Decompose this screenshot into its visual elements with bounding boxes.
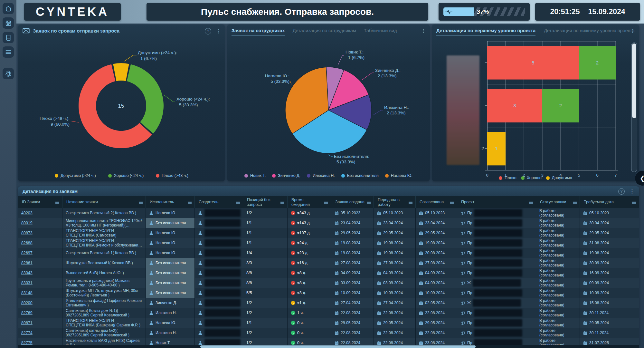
legend-item-Допустимо (>24 ч.)[interactable]: Допустимо (>24 ч.) bbox=[55, 173, 96, 178]
calendar-icon bbox=[419, 251, 423, 255]
tab-low-level-project[interactable]: Детализация по нижнему уровню проекта bbox=[544, 28, 635, 35]
cell-creator bbox=[195, 248, 243, 258]
status-badge: В работе(согласована) bbox=[539, 208, 564, 218]
column-header-project[interactable]: Проект bbox=[457, 196, 536, 208]
crane-icon bbox=[460, 211, 465, 216]
table-row[interactable]: 80200Утеплитель на фасад( Парфенов Алекс… bbox=[18, 298, 639, 308]
column-header-approved[interactable]: Согласована bbox=[416, 196, 457, 208]
logo[interactable]: CYNTEKA bbox=[24, 3, 121, 21]
cell-wait-time: ≈143 д. bbox=[288, 218, 331, 228]
crane-icon bbox=[460, 221, 465, 226]
kebab-menu-icon[interactable]: ⋮ bbox=[630, 188, 635, 194]
tab-top-level-project[interactable]: Детализация по верхнему уровню проекта bbox=[436, 28, 535, 35]
tab-table-view[interactable]: Табличный вид bbox=[364, 28, 397, 35]
table-row[interactable]: 80871ТРАНСПОРТНЫЕ УСЛУГИ СПЕЦТЕХНИКА (Ба… bbox=[18, 318, 639, 328]
kebab-menu-icon[interactable]: ⋮ bbox=[421, 28, 426, 34]
column-header-label: Название заявки bbox=[66, 200, 98, 204]
column-header-positions[interactable]: Позиций без запроса bbox=[243, 196, 288, 208]
request-id-link[interactable]: 80200 bbox=[21, 301, 33, 305]
legend-item-Илюхина Н.[interactable]: Илюхина Н. bbox=[307, 173, 335, 178]
help-icon[interactable]: ? bbox=[205, 28, 211, 34]
request-id-link[interactable]: 80873 bbox=[21, 231, 33, 235]
sidebar-home-button[interactable] bbox=[3, 3, 14, 14]
bar-legend: ПлохоХорошоДопустимо bbox=[432, 176, 639, 180]
sidebar-ai-button[interactable] bbox=[3, 68, 14, 79]
help-icon[interactable]: ? bbox=[618, 188, 625, 195]
tab-employee-details[interactable]: Детализация по сотрудникам bbox=[293, 28, 356, 35]
scrollbar-thumb[interactable] bbox=[632, 44, 636, 118]
sidebar-store-button[interactable] bbox=[3, 17, 14, 29]
donut-slice-Допустимо (>24 ч.)[interactable] bbox=[113, 63, 129, 81]
sidebar-menu-button[interactable] bbox=[3, 46, 14, 58]
legend-item-Плохо[interactable]: Плохо bbox=[499, 176, 516, 180]
request-id-link[interactable]: 83031 bbox=[21, 281, 33, 285]
cell-approved: 10.09.2024 bbox=[416, 288, 457, 298]
calendar-icon bbox=[335, 261, 339, 265]
kebab-menu-icon[interactable]: ⋮ bbox=[630, 28, 635, 34]
horizontal-scrollbar[interactable] bbox=[18, 345, 639, 348]
calendar-icon bbox=[335, 251, 339, 255]
table-row[interactable]: 40203Спецтехника Восточный 2( Козлов ВВ … bbox=[18, 208, 639, 218]
cell-name: Спецтехника Восточный 2( Козлов ВВ ) bbox=[62, 208, 146, 218]
vertical-scrollbar[interactable] bbox=[631, 43, 637, 172]
request-id-link[interactable]: 40203 bbox=[21, 211, 33, 215]
person-icon bbox=[149, 301, 154, 305]
sidebar-book-button[interactable] bbox=[3, 32, 14, 43]
column-header-transferred[interactable]: Передана в работу bbox=[374, 196, 416, 208]
request-id-link[interactable]: 80871 bbox=[21, 321, 33, 325]
legend-item-Зинченко Д.[interactable]: Зинченко Д. bbox=[272, 173, 300, 178]
column-header-id[interactable]: ID Заявки bbox=[18, 196, 62, 208]
table-row[interactable]: 83031Грунт-эмаль и расходники( Мамаев Ро… bbox=[18, 278, 639, 288]
request-id-link[interactable]: 83043 bbox=[21, 271, 33, 275]
cell-wait-time: ≈107 д. bbox=[288, 228, 331, 238]
progress-bar[interactable]: 37% bbox=[443, 7, 525, 16]
legend-item-Без исполнителя[interactable]: Без исполнителя bbox=[341, 173, 379, 178]
donut-chart[interactable]: 15Допустимо (>24 ч.):1 (6.7%)Хорошо (<24… bbox=[18, 24, 225, 181]
request-id-link[interactable]: 82861 bbox=[21, 261, 33, 265]
request-id-link[interactable]: 82688 bbox=[21, 241, 33, 245]
cell-name: Сантехника( Котлы дом №1)( 89272851889 С… bbox=[62, 308, 146, 318]
status-badge: В работе(согласована) bbox=[539, 318, 564, 328]
column-header-executor[interactable]: Исполнитель bbox=[146, 196, 195, 208]
table-row[interactable]: 83148Штукатурка МП 75, штукатурка МН, 30… bbox=[18, 288, 639, 298]
scrollbar-thumb[interactable] bbox=[200, 345, 476, 348]
table-row[interactable]: 82688ТРАНСПОРТНЫЕ УСЛУГИ СПЕЦТЕХНИКА (Ре… bbox=[18, 238, 639, 248]
cell-id: 82774 bbox=[18, 328, 62, 338]
table-row[interactable]: 82769Сантехника( Котлы дом №1)( 89272851… bbox=[18, 308, 639, 318]
request-id-link[interactable]: 83148 bbox=[21, 291, 33, 295]
legend-item-Хорошо[interactable]: Хорошо bbox=[521, 176, 542, 180]
cell-approved: 22.08.2024 bbox=[416, 308, 457, 318]
request-id-link[interactable]: 82697 bbox=[21, 251, 33, 255]
crane-icon bbox=[460, 311, 465, 315]
column-header-creator[interactable]: Создатель bbox=[195, 196, 243, 208]
legend-label: Допустимо (>24 ч.) bbox=[61, 173, 96, 178]
pie-chart[interactable]: Новик Т.:1 (6.7%)Зинченко Д.:2 (13.3%)Ил… bbox=[227, 24, 430, 181]
table-row[interactable]: 80873ТРАНСПОРТНЫЕ УСЛУГИ СПЕЦТЕХНИКА (Са… bbox=[18, 228, 639, 238]
request-id-link[interactable]: 82774 bbox=[21, 331, 33, 335]
legend-item-Плохо (>48 ч.)[interactable]: Плохо (>48 ч.) bbox=[156, 173, 188, 178]
column-header-name[interactable]: Название заявки bbox=[62, 196, 146, 208]
request-id-link[interactable]: 82769 bbox=[21, 311, 33, 315]
cell-name: Вынос сетей 6 кВ( Нагаев А.Ю. ) bbox=[62, 268, 146, 278]
kebab-menu-icon[interactable]: ⋮ bbox=[216, 28, 221, 34]
column-header-created[interactable]: Заявка создана bbox=[331, 196, 374, 208]
table-row[interactable]: 82861Штукатурка Восточный1( Козлов ВВ )Б… bbox=[18, 258, 639, 268]
legend-item-Нагаева Ю.[interactable]: Нагаева Ю. bbox=[385, 173, 412, 178]
column-header-wait[interactable]: Время ожидания bbox=[288, 196, 331, 208]
table-row[interactable]: 83043Вынос сетей 6 кВ( Нагаев А.Ю. )Без … bbox=[18, 268, 639, 278]
legend-item-Новик Т.[interactable]: Новик Т. bbox=[244, 173, 266, 178]
legend-item-Хорошо (<24 ч.)[interactable]: Хорошо (<24 ч.) bbox=[108, 173, 144, 178]
cell-executor: Нагаева Ю. bbox=[146, 318, 195, 328]
table-row[interactable]: 82774Сантехника( котлы дом №2)( 89272851… bbox=[18, 328, 639, 338]
column-header-due[interactable]: Требуемая дата bbox=[580, 196, 639, 208]
request-id-link[interactable]: 80019 bbox=[21, 221, 33, 225]
legend-item-Допустимо[interactable]: Допустимо bbox=[546, 176, 572, 180]
table-row[interactable]: 82697Спецтехника Восточный 1( Козлов ВВ … bbox=[18, 248, 639, 258]
clock-date: 15.09.2024 bbox=[588, 7, 625, 16]
request-name: Минераловатная плита ТЕХНОФАС 120кг/м3 т… bbox=[66, 218, 142, 227]
table-row[interactable]: 80019Минераловатная плита ТЕХНОФАС 120кг… bbox=[18, 218, 639, 228]
donut-slice-Хорошо (<24 ч.)[interactable] bbox=[127, 64, 164, 133]
column-header-status[interactable]: Статус заявки bbox=[536, 196, 580, 208]
request-id-link[interactable]: 82775 bbox=[21, 341, 33, 345]
tab-requests-by-employee[interactable]: Заявок на сотрудниках bbox=[232, 28, 285, 35]
